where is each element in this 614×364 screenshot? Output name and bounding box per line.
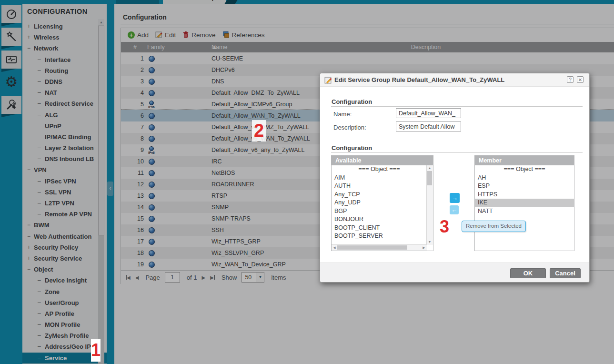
previous-page-button[interactable]: ◀ bbox=[135, 275, 139, 280]
sidebar-item-web-authentication[interactable]: −Web Authentication bbox=[22, 231, 107, 242]
scroll-up-icon[interactable]: ▲ bbox=[427, 166, 433, 171]
sidebar-item-alg[interactable]: –ALG bbox=[22, 110, 107, 121]
sidebar-item-label: AP Profile bbox=[45, 308, 74, 319]
sidebar-item-licensing[interactable]: +Licensing bbox=[22, 21, 107, 32]
annotation-number: 2 bbox=[252, 120, 266, 142]
sidebar-item-security-service[interactable]: +Security Service bbox=[22, 253, 107, 264]
help-button[interactable]: ? bbox=[567, 76, 574, 83]
sidebar-item-label: VPN bbox=[34, 164, 47, 175]
service-name: SNMP-TRAPS bbox=[211, 213, 251, 224]
sidebar-item-ddns[interactable]: –DDNS bbox=[22, 76, 107, 87]
cancel-button[interactable]: Cancel bbox=[550, 268, 581, 278]
sidebar-item-routing[interactable]: –Routing bbox=[22, 65, 107, 76]
edit-button[interactable]: Edit bbox=[155, 31, 176, 40]
list-item[interactable]: IKE bbox=[475, 199, 574, 207]
ok-button[interactable]: OK bbox=[510, 268, 546, 278]
column-header-description[interactable]: Description bbox=[388, 42, 464, 52]
sidebar-item-interface[interactable]: –Interface bbox=[22, 54, 107, 65]
sidebar-collapse-handle[interactable]: ‹ bbox=[107, 182, 113, 196]
sidebar-item-network[interactable]: −Network bbox=[22, 43, 107, 54]
tab-service[interactable]: Service bbox=[116, 0, 159, 4]
list-item[interactable]: Any_UDP bbox=[332, 199, 427, 207]
member-list[interactable]: === Object ===AHESPHTTPSIKENATT bbox=[475, 165, 574, 251]
sidebar-item-device-insight[interactable]: –Device Insight bbox=[22, 275, 107, 286]
tree-toggle-icon: + bbox=[27, 242, 30, 253]
dashboard-nav-button[interactable] bbox=[1, 5, 21, 23]
first-page-button[interactable]: ◀ bbox=[126, 275, 131, 280]
last-page-button[interactable]: ▶ bbox=[210, 275, 215, 280]
scroll-right-icon[interactable]: ▶ bbox=[422, 245, 426, 250]
sidebar-item-layer-2-isolation[interactable]: –Layer 2 Isolation bbox=[22, 142, 107, 153]
scrollbar-thumb[interactable] bbox=[337, 245, 407, 250]
list-item[interactable]: BGP bbox=[332, 207, 427, 216]
references-button[interactable]: References bbox=[222, 31, 265, 40]
move-to-member-button[interactable]: → bbox=[450, 193, 460, 203]
close-button[interactable]: ✕ bbox=[577, 76, 584, 83]
list-item[interactable]: AUTH bbox=[332, 182, 427, 191]
list-item[interactable]: BOOTP_SERVER bbox=[332, 232, 427, 241]
remove-from-member-button[interactable]: ← bbox=[450, 205, 459, 214]
sidebar-item-remote-ap-vpn[interactable]: –Remote AP VPN bbox=[22, 209, 107, 220]
scroll-left-icon[interactable]: ◀ bbox=[332, 245, 337, 250]
ipv6-globe-icon: IPv6 bbox=[147, 99, 156, 110]
service-name: Default_Allow_v6_any_to_ZyWALL bbox=[211, 144, 304, 156]
next-page-button[interactable]: ▶ bbox=[201, 275, 205, 280]
list-item[interactable]: HTTPS bbox=[475, 191, 574, 199]
available-vertical-scrollbar[interactable]: ▲ ▼ bbox=[426, 165, 433, 245]
page-number-input[interactable] bbox=[165, 272, 180, 283]
sidebar-item-redirect-service[interactable]: –Redirect Service bbox=[22, 98, 107, 109]
remove-button-label: Remove bbox=[191, 31, 215, 39]
service-name: CU-SEEME bbox=[211, 53, 243, 64]
available-list[interactable]: === Object ===AIMAUTHAny_TCPAny_UDPBGPBO… bbox=[332, 165, 427, 245]
sidebar-item-label: DDNS bbox=[45, 76, 62, 87]
name-input[interactable] bbox=[396, 108, 461, 118]
scroll-down-icon[interactable]: ▼ bbox=[427, 240, 433, 244]
add-button[interactable]: + Add bbox=[128, 31, 149, 39]
tab-service-group[interactable]: Service Group bbox=[163, 0, 226, 4]
sidebar-item-security-policy[interactable]: +Security Policy bbox=[22, 242, 107, 253]
sidebar-item-bwm[interactable]: −BWM bbox=[22, 220, 107, 231]
sidebar-item-upnp[interactable]: –UPnP bbox=[22, 121, 107, 131]
maintenance-nav-button[interactable] bbox=[1, 96, 21, 114]
sidebar-item-zone[interactable]: –Zone bbox=[22, 286, 107, 297]
annotation-step-1: 1 bbox=[91, 339, 101, 362]
remove-button[interactable]: Remove bbox=[182, 31, 215, 40]
column-header-family[interactable]: Family bbox=[147, 42, 165, 52]
wizard-nav-button[interactable] bbox=[1, 28, 21, 46]
remove-from-selected-tooltip: Remove from Selected bbox=[462, 221, 526, 232]
sidebar-item-wireless[interactable]: +Wireless bbox=[22, 32, 107, 43]
sidebar-item-nat[interactable]: –NAT bbox=[22, 87, 107, 98]
sidebar-scrollbar-thumb[interactable] bbox=[98, 26, 104, 235]
available-horizontal-scrollbar[interactable]: ◀ ▶ bbox=[332, 244, 427, 251]
sidebar-item-mon-profile[interactable]: –MON Profile bbox=[22, 319, 107, 330]
monitor-nav-button[interactable] bbox=[1, 51, 21, 69]
sidebar-item-ipsec-vpn[interactable]: –IPSec VPN bbox=[22, 176, 107, 187]
title-divider bbox=[121, 24, 614, 24]
sidebar-item-l2tp-vpn[interactable]: –L2TP VPN bbox=[22, 198, 107, 209]
list-item[interactable]: ESP bbox=[475, 182, 574, 191]
list-item[interactable]: BONJOUR bbox=[332, 215, 427, 224]
sidebar-item-vpn[interactable]: −VPN bbox=[22, 164, 107, 175]
list-item[interactable]: NATT bbox=[475, 207, 574, 216]
scroll-up-icon[interactable]: ▲ bbox=[98, 19, 104, 25]
list-item[interactable]: AIM bbox=[332, 174, 427, 182]
sidebar-item-object[interactable]: −Object bbox=[22, 264, 107, 275]
list-item[interactable]: Any_TCP bbox=[332, 191, 427, 199]
sidebar-item-ssl-vpn[interactable]: –SSL VPN bbox=[22, 187, 107, 198]
description-input[interactable] bbox=[396, 121, 461, 131]
sidebar-item-user-group[interactable]: –User/Group bbox=[22, 297, 107, 308]
list-item[interactable]: BOOTP_CLIENT bbox=[332, 224, 427, 233]
scrollbar-thumb[interactable] bbox=[427, 171, 432, 185]
ipv4-globe-icon bbox=[147, 247, 156, 259]
ipv4-globe-icon bbox=[147, 167, 156, 179]
sidebar-item-ip-mac-binding[interactable]: –IP/MAC Binding bbox=[22, 131, 107, 142]
list-item[interactable]: AH bbox=[475, 174, 574, 182]
table-row[interactable]: 1CU-SEEME bbox=[121, 53, 614, 64]
tree-toggle-icon: – bbox=[38, 54, 41, 65]
page-size-select[interactable]: 50 ▼ bbox=[242, 272, 264, 283]
configuration-nav-button[interactable]: ⚙ bbox=[1, 73, 21, 91]
sidebar-item-dns-inbound-lb[interactable]: –DNS Inbound LB bbox=[22, 153, 107, 164]
column-header-number[interactable]: # bbox=[133, 42, 137, 52]
sidebar-item-ap-profile[interactable]: –AP Profile bbox=[22, 308, 107, 319]
sidebar-scrollbar[interactable]: ▲ bbox=[98, 19, 104, 364]
